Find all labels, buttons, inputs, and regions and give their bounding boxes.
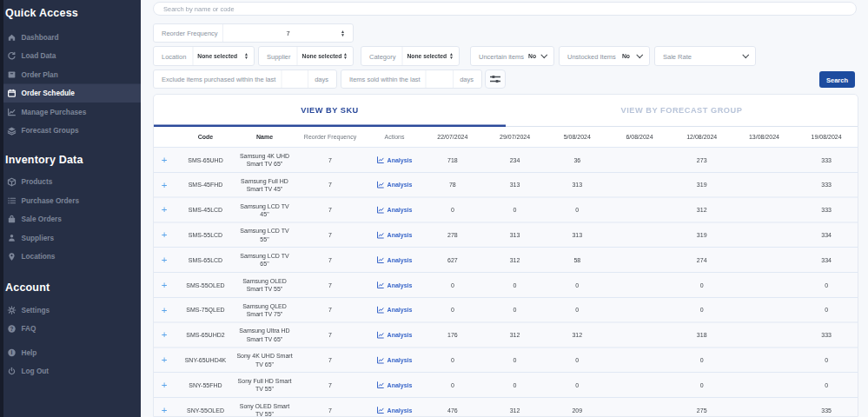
table-row: +SMS-65LCDSamsung LCD TV 65"7Analysis627… [154, 247, 858, 272]
sidebar: Quick AccessDashboardLoad DataOrder Plan… [0, 0, 141, 417]
cell-forecast-value: 0 [546, 273, 608, 297]
cell-forecast-value: 0 [795, 298, 858, 322]
sidebar-item-purchase-orders[interactable]: Purchase Orders [0, 191, 141, 210]
sidebar-item-products[interactable]: Products [0, 173, 141, 192]
filter-category-select[interactable]: None selected ▲▼ [402, 47, 459, 65]
tab-view-by-sku[interactable]: VIEW BY SKU [154, 95, 506, 127]
sidebar-item-locations[interactable]: Locations [0, 248, 141, 267]
sidebar-item-settings[interactable]: Settings [0, 301, 141, 320]
analysis-link[interactable]: Analysis [377, 406, 413, 414]
sidebar-item-dashboard[interactable]: Dashboard [0, 28, 141, 47]
expand-column-header [154, 127, 175, 147]
expand-row-button[interactable]: + [154, 323, 175, 348]
expand-row-button[interactable]: + [154, 248, 175, 272]
analysis-link[interactable]: Analysis [377, 156, 413, 163]
analysis-link[interactable]: Analysis [377, 256, 413, 264]
sidebar-item-faq[interactable]: ?FAQ [0, 320, 141, 339]
tab-view-by-forecast-group[interactable]: VIEW BY FORECAST GROUP [506, 95, 858, 127]
results-card: VIEW BY SKU VIEW BY FORECAST GROUP CodeN… [153, 94, 858, 417]
sidebar-item-forecast-groups[interactable]: Forecast Groups [0, 122, 141, 141]
filter-supplier-label: Supplier [259, 52, 291, 60]
list-icon [7, 195, 17, 206]
cell-name: Sony 4K UHD Smart TV 65" [236, 348, 293, 372]
cell-code: SNY-65UHD4K [175, 348, 236, 372]
reorder-frequency-input[interactable]: 7 ▲▼ [223, 24, 353, 42]
cell-forecast-value: 0 [421, 198, 484, 222]
cell-code: SNY-55FHD [175, 373, 236, 397]
filter-unstocked-items-select[interactable]: No [616, 47, 649, 65]
items-sold-days-input[interactable] [426, 70, 454, 88]
cell-forecast-value [733, 222, 796, 247]
cell-forecast-value: 333 [795, 323, 858, 348]
sidebar-item-order-plan[interactable]: Order Plan [0, 65, 141, 84]
cell-forecast-value: 627 [421, 248, 484, 272]
cell-forecast-value: 0 [546, 348, 608, 372]
expand-row-button[interactable]: + [154, 173, 175, 197]
search-input[interactable] [153, 2, 857, 16]
analysis-link[interactable]: Analysis [377, 281, 413, 288]
sidebar-item-manage-purchases[interactable]: Manage Purchases [0, 103, 141, 122]
table-row: +SMS-45FHDSamsung Full HD Smart TV 45"7A… [154, 172, 858, 197]
expand-row-button[interactable]: + [154, 198, 175, 222]
cell-forecast-value: 274 [671, 248, 733, 272]
sidebar-item-load-data[interactable]: Load Data [0, 47, 141, 66]
analysis-link[interactable]: Analysis [377, 206, 413, 214]
table-row: +SNY-55FHDSony Full HD Smart TV 55"7Anal… [154, 372, 858, 397]
analysis-label: Analysis [388, 331, 413, 338]
advanced-filters-button[interactable] [485, 70, 506, 89]
sidebar-item-log-out[interactable]: Log Out [0, 362, 141, 381]
cell-name: Samsung QLED Smart TV 75" [236, 298, 293, 322]
column-header: 22/07/2024 [421, 127, 484, 147]
exclude-purchased-days-input[interactable] [281, 70, 308, 88]
analysis-link[interactable]: Analysis [377, 381, 413, 389]
cell-actions: Analysis [368, 248, 421, 272]
analysis-link[interactable]: Analysis [377, 356, 413, 364]
cell-code: SMS-45LCD [175, 198, 236, 222]
cell-forecast-value [608, 348, 671, 372]
cell-code: SNY-55OLED [175, 398, 236, 417]
expand-row-button[interactable]: + [154, 298, 175, 322]
analysis-link[interactable]: Analysis [377, 306, 413, 314]
expand-row-button[interactable]: + [154, 148, 175, 172]
cell-forecast-value: 312 [484, 248, 547, 272]
expand-row-button[interactable]: + [154, 348, 175, 372]
expand-row-button[interactable]: + [154, 273, 175, 297]
analysis-label: Analysis [388, 256, 413, 263]
sidebar-item-order-schedule[interactable]: Order Schedule [0, 84, 141, 103]
table-row: +SMS-55LCDSamsung LCD TV 55"7Analysis278… [154, 222, 858, 247]
analysis-label: Analysis [388, 206, 413, 213]
table-header: CodeNameReorder FrequencyActions22/07/20… [154, 127, 858, 147]
number-spinner-icon[interactable]: ▲▼ [341, 30, 345, 36]
search-button[interactable]: Search [819, 71, 855, 88]
filter-sale-rate-select[interactable] [692, 47, 755, 65]
sidebar-item-label: Forecast Groups [22, 127, 79, 136]
cell-forecast-value: 312 [484, 398, 547, 417]
cell-forecast-value: 312 [484, 323, 547, 348]
cell-actions: Analysis [368, 273, 421, 297]
expand-row-button[interactable]: + [154, 398, 175, 417]
sidebar-item-help[interactable]: iHelp [0, 343, 141, 362]
sidebar-item-label: Log Out [22, 367, 50, 376]
filter-uncertain-items-select[interactable]: No [524, 47, 553, 65]
cell-actions: Analysis [368, 373, 421, 397]
sidebar-item-suppliers[interactable]: Suppliers [0, 228, 141, 248]
cell-forecast-value [733, 248, 796, 272]
analysis-link[interactable]: Analysis [377, 181, 413, 189]
cell-forecast-value: 58 [546, 248, 608, 272]
expand-row-button[interactable]: + [154, 373, 175, 397]
sidebar-item-label: Dashboard [22, 33, 59, 42]
filter-location-select[interactable]: None selected ▲▼ [193, 47, 254, 65]
sidebar-item-sale-orders[interactable]: Sale Orders [0, 210, 141, 229]
filter-location: Location None selected ▲▼ [153, 46, 255, 66]
sidebar-item-label: Order Plan [22, 70, 58, 79]
expand-row-button[interactable]: + [154, 222, 175, 247]
info-circle-icon: i [7, 348, 17, 358]
sidebar-section: Quick AccessDashboardLoad DataOrder Plan… [0, 0, 141, 140]
analysis-label: Analysis [388, 381, 413, 388]
cell-forecast-value: 333 [795, 198, 858, 222]
cell-forecast-value: 334 [795, 248, 858, 272]
analysis-link[interactable]: Analysis [377, 331, 413, 339]
analysis-link[interactable]: Analysis [377, 231, 413, 239]
cell-forecast-value: 234 [484, 148, 547, 172]
filter-supplier-select[interactable]: None selected ▲▼ [298, 47, 353, 65]
